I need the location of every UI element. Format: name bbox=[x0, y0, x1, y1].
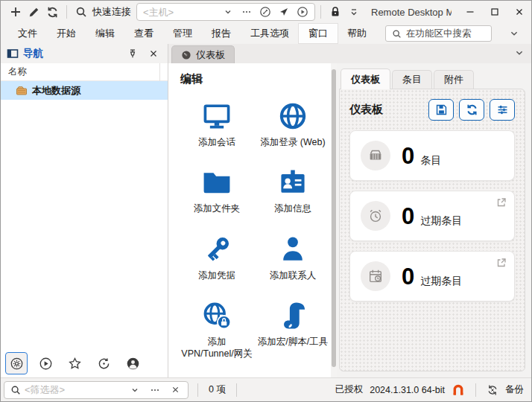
add-folder-label: 添加文件夹 bbox=[194, 202, 241, 214]
launch-connect-button[interactable] bbox=[294, 4, 311, 19]
globe-icon bbox=[276, 100, 309, 133]
add-vpn-tunnel-gateway-label: 添加 VPN/Tunnel/网关 bbox=[181, 336, 253, 360]
external-link-icon bbox=[496, 197, 507, 208]
minimize-button[interactable] bbox=[457, 1, 482, 23]
add-contact-button[interactable]: 添加联系人 bbox=[256, 233, 329, 281]
ribbon-search-box bbox=[385, 25, 492, 42]
dashboard-document: 编辑 添加会话 添加登录 (Web) 添加文件夹 bbox=[168, 63, 531, 377]
add-macro-script-tool-button[interactable]: 添加宏/脚本/工具 bbox=[256, 299, 329, 360]
id-card-icon bbox=[276, 166, 309, 199]
search-icon bbox=[392, 29, 402, 39]
clear-filter-button[interactable] bbox=[167, 383, 183, 398]
favorites-view-button[interactable] bbox=[63, 352, 86, 374]
menu-home[interactable]: 开始 bbox=[47, 24, 86, 43]
sessions-view-button[interactable] bbox=[34, 352, 57, 374]
add-credential-button[interactable]: 添加凭据 bbox=[180, 233, 253, 281]
datasource-row[interactable]: 本地数据源 bbox=[1, 81, 168, 100]
name-column-header[interactable]: 名称 bbox=[1, 63, 168, 81]
filter-dropdown-button[interactable] bbox=[127, 383, 143, 398]
menu-file[interactable]: 文件 bbox=[8, 24, 47, 43]
dashboard-settings-button[interactable] bbox=[490, 99, 515, 121]
workspace: 仪表板 编辑 添加会话 bbox=[168, 44, 531, 377]
ribbon-search-input[interactable] bbox=[406, 28, 485, 39]
expiring-label: 过期条目 bbox=[420, 275, 462, 288]
maximize-button[interactable] bbox=[482, 1, 507, 23]
navigation-pane: 导航 名称 本地数据源 bbox=[1, 44, 168, 377]
embed-connect-button[interactable] bbox=[276, 4, 292, 19]
menu-report[interactable]: 报告 bbox=[202, 24, 241, 43]
tab-overflow-button[interactable] bbox=[515, 48, 524, 60]
brand-magnet-icon[interactable] bbox=[452, 383, 465, 397]
add-folder-button[interactable]: 添加文件夹 bbox=[180, 166, 253, 214]
menu-window[interactable]: 窗口 bbox=[299, 24, 338, 43]
backup-sync-icon[interactable] bbox=[487, 384, 498, 396]
protocol-button[interactable] bbox=[257, 4, 273, 19]
menu-help[interactable]: 帮助 bbox=[338, 24, 376, 43]
add-vpn-tunnel-gateway-button[interactable]: 添加 VPN/Tunnel/网关 bbox=[180, 299, 253, 360]
expired-label: 过期条目 bbox=[420, 214, 462, 228]
add-session-label: 添加会话 bbox=[198, 136, 235, 148]
close-pane-button[interactable] bbox=[145, 45, 162, 62]
user-profile-button[interactable] bbox=[121, 352, 144, 374]
titlebar-separator bbox=[320, 5, 321, 19]
item-count: 0 项 bbox=[207, 383, 227, 396]
quick-connect-search-button[interactable] bbox=[72, 3, 89, 21]
menu-administration[interactable]: 管理 bbox=[163, 24, 202, 43]
refresh-icon bbox=[466, 103, 478, 116]
pencil-icon bbox=[28, 6, 40, 19]
datasource-view-button[interactable] bbox=[5, 352, 28, 374]
lock-button[interactable] bbox=[326, 3, 343, 21]
open-expired-entries-button[interactable] bbox=[495, 197, 507, 208]
expiring-card-text: 0 过期条目 bbox=[402, 265, 462, 288]
main-area: 导航 名称 本地数据源 bbox=[1, 44, 531, 377]
ribbon-collapse-button[interactable] bbox=[504, 29, 524, 38]
host-dropdown-button[interactable] bbox=[220, 4, 236, 19]
edit-panel-scrollbar[interactable] bbox=[331, 63, 337, 377]
dashboard-actions bbox=[428, 99, 515, 121]
ribbon-display-button[interactable] bbox=[345, 3, 362, 21]
plus-icon bbox=[9, 5, 22, 19]
menu-tools[interactable]: 工具选项 bbox=[241, 24, 299, 43]
calendar-clock-icon bbox=[367, 268, 384, 284]
close-button[interactable] bbox=[507, 1, 531, 23]
add-actions-grid: 添加会话 添加登录 (Web) 添加文件夹 添加信息 bbox=[180, 100, 331, 360]
scrollbar-thumb[interactable] bbox=[332, 69, 336, 367]
chevron-down-icon bbox=[515, 48, 524, 57]
menu-edit[interactable]: 编辑 bbox=[86, 24, 124, 43]
tab-attachments[interactable]: 附件 bbox=[434, 70, 474, 89]
add-entry-button[interactable] bbox=[7, 3, 24, 21]
recent-view-button[interactable] bbox=[92, 352, 115, 374]
dashboard-header: 仪表板 bbox=[349, 99, 515, 121]
add-information-button[interactable]: 添加信息 bbox=[256, 166, 329, 214]
refresh-button[interactable] bbox=[44, 3, 61, 21]
open-expiring-entries-button[interactable] bbox=[495, 257, 507, 269]
quick-connect-box bbox=[136, 3, 315, 21]
save-button[interactable] bbox=[428, 99, 454, 121]
entries-label: 条目 bbox=[420, 154, 441, 168]
add-session-button[interactable]: 添加会话 bbox=[180, 100, 253, 148]
title-bar: 快速连接 Remote Desktop M... bbox=[1, 1, 531, 23]
document-tab-strip: 仪表板 bbox=[168, 44, 531, 63]
tab-dashboard[interactable]: 仪表板 bbox=[171, 45, 235, 63]
tab-entries[interactable]: 条目 bbox=[392, 70, 432, 89]
play-circle-icon bbox=[297, 6, 308, 18]
menu-bar: 文件 开始 编辑 查看 管理 报告 工具选项 窗口 帮助 bbox=[1, 23, 531, 44]
menu-view[interactable]: 查看 bbox=[124, 24, 163, 43]
refresh-dashboard-button[interactable] bbox=[459, 99, 484, 121]
script-icon bbox=[276, 299, 309, 332]
add-web-login-button[interactable]: 添加登录 (Web) bbox=[256, 100, 329, 148]
tab-dashboard-detail[interactable]: 仪表板 bbox=[341, 68, 390, 89]
folder-icon bbox=[200, 166, 233, 199]
quick-connect-more-button[interactable] bbox=[238, 4, 255, 19]
external-link-icon bbox=[496, 258, 507, 268]
filter-input[interactable] bbox=[25, 384, 123, 395]
host-input[interactable] bbox=[143, 7, 218, 18]
filter-more-button[interactable] bbox=[147, 383, 163, 398]
ellipsis-icon bbox=[150, 385, 160, 395]
pin-pane-button[interactable] bbox=[124, 45, 141, 62]
chevron-down-icon bbox=[131, 386, 139, 394]
backup-label[interactable]: 备份 bbox=[505, 383, 524, 396]
star-icon bbox=[68, 357, 82, 371]
edit-entry-button[interactable] bbox=[25, 3, 42, 21]
entries-icon bbox=[367, 147, 384, 164]
